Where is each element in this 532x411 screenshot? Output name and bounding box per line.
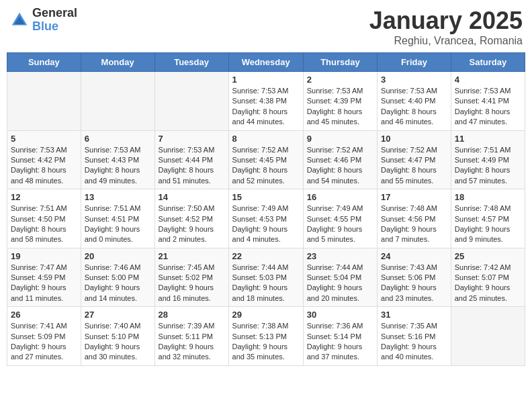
day-number: 6 bbox=[85, 134, 151, 144]
day-number: 4 bbox=[455, 75, 521, 85]
day-number: 5 bbox=[11, 134, 77, 144]
weekday-header-tuesday: Tuesday bbox=[154, 53, 228, 72]
day-info: Sunrise: 7:52 AM Sunset: 4:46 PM Dayligh… bbox=[307, 145, 373, 187]
day-info: Sunrise: 7:41 AM Sunset: 5:09 PM Dayligh… bbox=[11, 321, 77, 363]
day-info: Sunrise: 7:40 AM Sunset: 5:10 PM Dayligh… bbox=[85, 321, 151, 363]
day-info: Sunrise: 7:38 AM Sunset: 5:13 PM Dayligh… bbox=[232, 321, 300, 363]
day-number: 27 bbox=[85, 310, 151, 320]
calendar-cell: 28Sunrise: 7:39 AM Sunset: 5:11 PM Dayli… bbox=[154, 307, 228, 366]
day-number: 21 bbox=[159, 251, 225, 261]
calendar-cell: 25Sunrise: 7:42 AM Sunset: 5:07 PM Dayli… bbox=[451, 248, 525, 307]
location-text: Reghiu, Vrancea, Romania bbox=[369, 35, 523, 47]
calendar-cell: 11Sunrise: 7:51 AM Sunset: 4:49 PM Dayli… bbox=[451, 130, 525, 189]
day-info: Sunrise: 7:45 AM Sunset: 5:02 PM Dayligh… bbox=[159, 263, 225, 304]
day-number: 22 bbox=[232, 251, 300, 261]
day-info: Sunrise: 7:46 AM Sunset: 5:00 PM Dayligh… bbox=[85, 263, 151, 304]
day-number: 12 bbox=[11, 192, 77, 202]
day-number: 10 bbox=[381, 134, 447, 144]
day-info: Sunrise: 7:53 AM Sunset: 4:38 PM Dayligh… bbox=[232, 86, 300, 128]
day-number: 11 bbox=[455, 134, 521, 144]
day-info: Sunrise: 7:48 AM Sunset: 4:57 PM Dayligh… bbox=[455, 203, 521, 245]
day-number: 8 bbox=[232, 134, 300, 144]
calendar-cell: 3Sunrise: 7:53 AM Sunset: 4:40 PM Daylig… bbox=[378, 72, 451, 131]
calendar-cell: 22Sunrise: 7:44 AM Sunset: 5:03 PM Dayli… bbox=[228, 248, 303, 307]
month-title: January 2025 bbox=[369, 7, 523, 35]
day-number: 2 bbox=[307, 75, 373, 85]
day-info: Sunrise: 7:44 AM Sunset: 5:04 PM Dayligh… bbox=[307, 263, 373, 304]
day-number: 20 bbox=[85, 251, 151, 261]
calendar-cell bbox=[154, 72, 228, 131]
calendar-cell: 4Sunrise: 7:53 AM Sunset: 4:41 PM Daylig… bbox=[451, 72, 525, 131]
day-info: Sunrise: 7:51 AM Sunset: 4:49 PM Dayligh… bbox=[455, 145, 521, 187]
day-number: 13 bbox=[85, 192, 151, 202]
calendar-table: SundayMondayTuesdayWednesdayThursdayFrid… bbox=[7, 52, 525, 366]
day-number: 26 bbox=[11, 310, 77, 320]
calendar-cell: 27Sunrise: 7:40 AM Sunset: 5:10 PM Dayli… bbox=[81, 307, 154, 366]
day-number: 15 bbox=[232, 192, 300, 202]
logo-blue-text: Blue bbox=[32, 20, 77, 34]
calendar-cell: 13Sunrise: 7:51 AM Sunset: 4:51 PM Dayli… bbox=[81, 189, 154, 248]
day-info: Sunrise: 7:53 AM Sunset: 4:41 PM Dayligh… bbox=[455, 86, 521, 128]
day-number: 29 bbox=[232, 310, 300, 320]
calendar-cell bbox=[81, 72, 154, 131]
day-info: Sunrise: 7:49 AM Sunset: 4:55 PM Dayligh… bbox=[307, 203, 373, 245]
day-number: 30 bbox=[307, 310, 373, 320]
day-number: 28 bbox=[159, 310, 225, 320]
calendar-cell: 23Sunrise: 7:44 AM Sunset: 5:04 PM Dayli… bbox=[303, 248, 377, 307]
calendar-cell: 6Sunrise: 7:53 AM Sunset: 4:43 PM Daylig… bbox=[81, 130, 154, 189]
calendar-cell: 20Sunrise: 7:46 AM Sunset: 5:00 PM Dayli… bbox=[81, 248, 154, 307]
weekday-header-friday: Friday bbox=[378, 53, 451, 72]
weekday-header-row: SundayMondayTuesdayWednesdayThursdayFrid… bbox=[7, 53, 525, 72]
day-info: Sunrise: 7:47 AM Sunset: 4:59 PM Dayligh… bbox=[11, 263, 77, 304]
calendar-cell: 8Sunrise: 7:52 AM Sunset: 4:45 PM Daylig… bbox=[228, 130, 303, 189]
calendar-cell: 12Sunrise: 7:51 AM Sunset: 4:50 PM Dayli… bbox=[7, 189, 81, 248]
day-info: Sunrise: 7:35 AM Sunset: 5:16 PM Dayligh… bbox=[381, 321, 447, 363]
day-info: Sunrise: 7:51 AM Sunset: 4:50 PM Dayligh… bbox=[11, 203, 77, 245]
calendar-cell bbox=[7, 72, 81, 131]
weekday-header-sunday: Sunday bbox=[7, 53, 81, 72]
calendar-cell: 18Sunrise: 7:48 AM Sunset: 4:57 PM Dayli… bbox=[451, 189, 525, 248]
calendar-cell: 30Sunrise: 7:36 AM Sunset: 5:14 PM Dayli… bbox=[303, 307, 377, 366]
calendar-cell: 15Sunrise: 7:49 AM Sunset: 4:53 PM Dayli… bbox=[228, 189, 303, 248]
day-info: Sunrise: 7:48 AM Sunset: 4:56 PM Dayligh… bbox=[381, 203, 447, 245]
calendar-cell: 21Sunrise: 7:45 AM Sunset: 5:02 PM Dayli… bbox=[154, 248, 228, 307]
calendar-cell: 5Sunrise: 7:53 AM Sunset: 4:42 PM Daylig… bbox=[7, 130, 81, 189]
day-number: 18 bbox=[455, 192, 521, 202]
day-info: Sunrise: 7:53 AM Sunset: 4:39 PM Dayligh… bbox=[307, 86, 373, 128]
calendar-cell: 7Sunrise: 7:53 AM Sunset: 4:44 PM Daylig… bbox=[154, 130, 228, 189]
logo-icon bbox=[9, 10, 30, 30]
day-info: Sunrise: 7:39 AM Sunset: 5:11 PM Dayligh… bbox=[159, 321, 225, 363]
day-info: Sunrise: 7:53 AM Sunset: 4:43 PM Dayligh… bbox=[85, 145, 151, 187]
day-info: Sunrise: 7:52 AM Sunset: 4:45 PM Dayligh… bbox=[232, 145, 300, 187]
day-number: 24 bbox=[381, 251, 447, 261]
calendar-cell: 16Sunrise: 7:49 AM Sunset: 4:55 PM Dayli… bbox=[303, 189, 377, 248]
week-row-5: 26Sunrise: 7:41 AM Sunset: 5:09 PM Dayli… bbox=[7, 307, 525, 366]
day-number: 19 bbox=[11, 251, 77, 261]
calendar-cell: 31Sunrise: 7:35 AM Sunset: 5:16 PM Dayli… bbox=[378, 307, 451, 366]
calendar-cell: 19Sunrise: 7:47 AM Sunset: 4:59 PM Dayli… bbox=[7, 248, 81, 307]
logo: General Blue bbox=[9, 7, 77, 34]
day-number: 7 bbox=[159, 134, 225, 144]
day-number: 14 bbox=[159, 192, 225, 202]
calendar-cell: 14Sunrise: 7:50 AM Sunset: 4:52 PM Dayli… bbox=[154, 189, 228, 248]
weekday-header-saturday: Saturday bbox=[451, 53, 525, 72]
calendar-cell: 24Sunrise: 7:43 AM Sunset: 5:06 PM Dayli… bbox=[378, 248, 451, 307]
day-info: Sunrise: 7:53 AM Sunset: 4:40 PM Dayligh… bbox=[381, 86, 447, 128]
day-number: 23 bbox=[307, 251, 373, 261]
day-info: Sunrise: 7:53 AM Sunset: 4:44 PM Dayligh… bbox=[159, 145, 225, 187]
day-number: 31 bbox=[381, 310, 447, 320]
title-block: January 2025 Reghiu, Vrancea, Romania bbox=[369, 7, 523, 47]
week-row-2: 5Sunrise: 7:53 AM Sunset: 4:42 PM Daylig… bbox=[7, 130, 525, 189]
calendar-cell: 9Sunrise: 7:52 AM Sunset: 4:46 PM Daylig… bbox=[303, 130, 377, 189]
day-number: 1 bbox=[232, 75, 300, 85]
day-info: Sunrise: 7:49 AM Sunset: 4:53 PM Dayligh… bbox=[232, 203, 300, 245]
day-info: Sunrise: 7:53 AM Sunset: 4:42 PM Dayligh… bbox=[11, 145, 77, 187]
week-row-4: 19Sunrise: 7:47 AM Sunset: 4:59 PM Dayli… bbox=[7, 248, 525, 307]
calendar-cell: 10Sunrise: 7:52 AM Sunset: 4:47 PM Dayli… bbox=[378, 130, 451, 189]
calendar-cell bbox=[451, 307, 525, 366]
weekday-header-monday: Monday bbox=[81, 53, 154, 72]
day-number: 3 bbox=[381, 75, 447, 85]
day-info: Sunrise: 7:36 AM Sunset: 5:14 PM Dayligh… bbox=[307, 321, 373, 363]
page-header: General Blue January 2025 Reghiu, Vrance… bbox=[7, 7, 525, 47]
calendar-cell: 1Sunrise: 7:53 AM Sunset: 4:38 PM Daylig… bbox=[228, 72, 303, 131]
